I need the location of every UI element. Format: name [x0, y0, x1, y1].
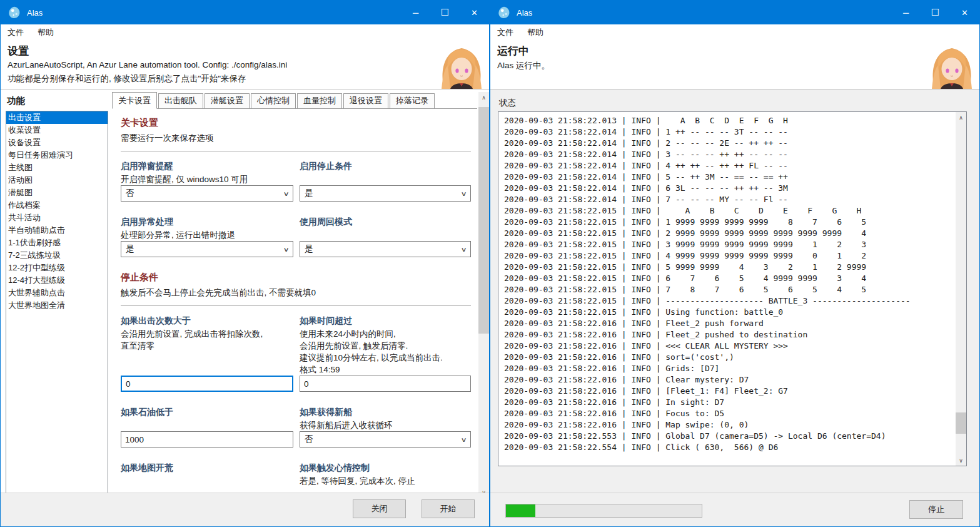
- log-line: 2020-09-03 21:58:22.016 | INFO | <<< CLE…: [504, 340, 956, 352]
- minimize-icon[interactable]: ─: [891, 1, 921, 24]
- start-button[interactable]: 开始: [422, 499, 475, 518]
- log-scrollbar[interactable]: ∧ ∨: [956, 112, 966, 466]
- field-label: 如果石油低于: [121, 406, 293, 418]
- menu-help[interactable]: 帮助: [527, 27, 543, 38]
- form-field: 启用异常处理处理部分异常, 运行出错时撤退是∨: [121, 215, 293, 257]
- field-desc: 开启弹窗提醒, 仅 windows10 可用: [121, 173, 293, 185]
- log-line: 2020-09-03 21:58:22.016 | INFO | Grids: …: [504, 363, 956, 374]
- scrollbar-thumb[interactable]: [478, 107, 489, 334]
- sidebar-item[interactable]: 作战档案: [6, 199, 108, 212]
- chevron-down-icon: ∨: [283, 246, 289, 253]
- tab[interactable]: 掉落记录: [390, 93, 435, 108]
- close-icon[interactable]: ✕: [950, 1, 979, 24]
- sidebar-item[interactable]: 收菜设置: [6, 124, 108, 136]
- dropdown[interactable]: 否∨: [121, 185, 293, 202]
- chevron-down-icon: ∨: [460, 436, 467, 443]
- stop-button[interactable]: 停止: [909, 500, 963, 519]
- menu-file[interactable]: 文件: [497, 27, 513, 38]
- sidebar-item[interactable]: 大世界地图全清: [6, 299, 108, 312]
- section-subtitle: 需要运行一次来保存选项: [121, 132, 471, 144]
- tab[interactable]: 关卡设置: [112, 92, 157, 109]
- field-label: 使用周回模式: [300, 215, 471, 228]
- text-input[interactable]: 0: [121, 376, 293, 392]
- log-line: 2020-09-03 21:58:22.015 | INFO | A B C D…: [504, 205, 956, 217]
- sidebar-item[interactable]: 12-4打大型练级: [6, 274, 108, 287]
- page-title: 设置: [8, 44, 29, 58]
- sidebar-item[interactable]: 主线图: [6, 161, 108, 174]
- log-line: 2020-09-03 21:58:22.015 | INFO | -------…: [504, 295, 956, 307]
- field-label: 如果获得新船: [300, 406, 471, 418]
- close-icon[interactable]: ✕: [460, 1, 489, 24]
- field-label: 如果触发心情控制: [300, 461, 471, 474]
- dropdown-value: 否: [305, 434, 313, 445]
- field-desc: 若是, 等待回复, 完成本次, 停止: [300, 475, 471, 487]
- text-input[interactable]: 0: [300, 376, 471, 392]
- sidebar-item[interactable]: 7-2三战拣垃圾: [6, 249, 108, 262]
- form-field: 启用停止条件是∨: [300, 160, 471, 202]
- runner-window: Alas ─ ☐ ✕ 文件 帮助 运行中 Alas 运行中。 状态 2020-0…: [490, 0, 980, 527]
- field-desc: 获得新船后进入收获循环: [300, 419, 471, 431]
- form-scrollbar[interactable]: ∧ ∨: [478, 92, 489, 498]
- tab[interactable]: 出击舰队: [158, 93, 203, 108]
- titlebar: Alas ─ ☐ ✕: [490, 1, 979, 24]
- header-description: AzurLaneAutoScript, An Azur Lane automat…: [8, 60, 287, 69]
- field-desc: 处理部分异常, 运行出错时撤退: [121, 229, 293, 241]
- field-label: 如果时间超过: [300, 314, 471, 327]
- section-title: 停止条件: [121, 271, 471, 284]
- dropdown-value: 是: [305, 188, 313, 199]
- sidebar-item[interactable]: 每日任务困难演习: [6, 149, 108, 161]
- tab[interactable]: 心情控制: [251, 93, 296, 108]
- scroll-down-icon[interactable]: ∨: [956, 455, 966, 466]
- log-line: 2020-09-03 21:58:22.016 | INFO | Fleet_2…: [504, 318, 956, 329]
- sidebar-item[interactable]: 12-2打中型练级: [6, 262, 108, 274]
- titlebar: Alas ─ ☐ ✕: [1, 1, 489, 24]
- sidebar-item[interactable]: 潜艇图: [6, 187, 108, 199]
- dropdown-value: 否: [126, 188, 134, 199]
- dropdown[interactable]: 是∨: [300, 241, 471, 257]
- close-button[interactable]: 关闭: [353, 499, 406, 518]
- tab[interactable]: 潜艇设置: [205, 93, 250, 108]
- header: 设置 AzurLaneAutoScript, An Azur Lane auto…: [1, 40, 489, 90]
- field-label: 启用异常处理: [121, 215, 293, 228]
- header-description: Alas 运行中。: [497, 60, 550, 71]
- sidebar-item[interactable]: 1-1伏击刷好感: [6, 237, 108, 249]
- log-line: 2020-09-03 21:58:22.015 | INFO | 4 9999 …: [504, 250, 956, 262]
- maximize-icon[interactable]: ☐: [921, 1, 950, 24]
- dropdown[interactable]: 否∨: [300, 431, 471, 448]
- menu-bar: 文件 帮助: [490, 24, 979, 40]
- sidebar-item[interactable]: 共斗活动: [6, 212, 108, 224]
- text-input[interactable]: 1000: [121, 431, 293, 448]
- maximize-icon[interactable]: ☐: [430, 1, 460, 24]
- scroll-up-icon[interactable]: ∧: [956, 112, 966, 123]
- log-line: 2020-09-03 21:58:22.014 | INFO | 5 -- ++…: [504, 171, 956, 183]
- minimize-icon[interactable]: ─: [401, 1, 430, 24]
- form-field: 如果地图开荒: [121, 461, 293, 487]
- tab[interactable]: 退役设置: [343, 93, 388, 108]
- log-line: 2020-09-03 21:58:22.016 | INFO | Clear m…: [504, 374, 956, 386]
- sidebar-item[interactable]: 设备设置: [6, 136, 108, 149]
- sidebar-list[interactable]: 出击设置收菜设置设备设置每日任务困难演习主线图活动图潜艇图作战档案共斗活动半自动…: [6, 111, 108, 493]
- footer-bar: 关闭 开始: [1, 493, 489, 526]
- sidebar-item[interactable]: 出击设置: [6, 111, 108, 124]
- form-row: 启用弹窗提醒开启弹窗提醒, 仅 windows10 可用否∨启用停止条件是∨: [121, 160, 471, 202]
- form-field: 如果出击次数大于会沿用先前设置, 完成出击将扣除次数, 直至清零0: [121, 314, 293, 392]
- sidebar-item[interactable]: 半自动辅助点击: [6, 224, 108, 237]
- section-subtitle: 触发后不会马上停止会先完成当前出击, 不需要就填0: [121, 287, 471, 299]
- divider: [121, 305, 471, 306]
- tab[interactable]: 血量控制: [297, 93, 342, 108]
- scrollbar-thumb[interactable]: [956, 412, 966, 434]
- menu-bar: 文件 帮助: [1, 24, 489, 40]
- sidebar-item[interactable]: 活动图: [6, 174, 108, 187]
- menu-file[interactable]: 文件: [8, 27, 24, 38]
- sidebar-item[interactable]: 大世界辅助点击: [6, 287, 108, 299]
- log-line: 2020-09-03 21:58:22.014 | INFO | 6 3L --…: [504, 183, 956, 194]
- menu-help[interactable]: 帮助: [38, 27, 54, 38]
- log-panel[interactable]: 2020-09-03 21:58:22.013 | INFO | A B C D…: [498, 111, 967, 466]
- scroll-up-icon[interactable]: ∧: [478, 92, 489, 103]
- log-line: 2020-09-03 21:58:22.016 | INFO | [Fleet_…: [504, 386, 956, 397]
- log-line: 2020-09-03 21:58:22.015 | INFO | 2 9999 …: [504, 228, 956, 239]
- field-desc: 会沿用先前设置, 完成出击将扣除次数, 直至清零: [121, 328, 293, 352]
- dropdown[interactable]: 是∨: [300, 185, 471, 202]
- log-lines: 2020-09-03 21:58:22.013 | INFO | A B C D…: [498, 112, 956, 466]
- dropdown[interactable]: 是∨: [121, 241, 293, 257]
